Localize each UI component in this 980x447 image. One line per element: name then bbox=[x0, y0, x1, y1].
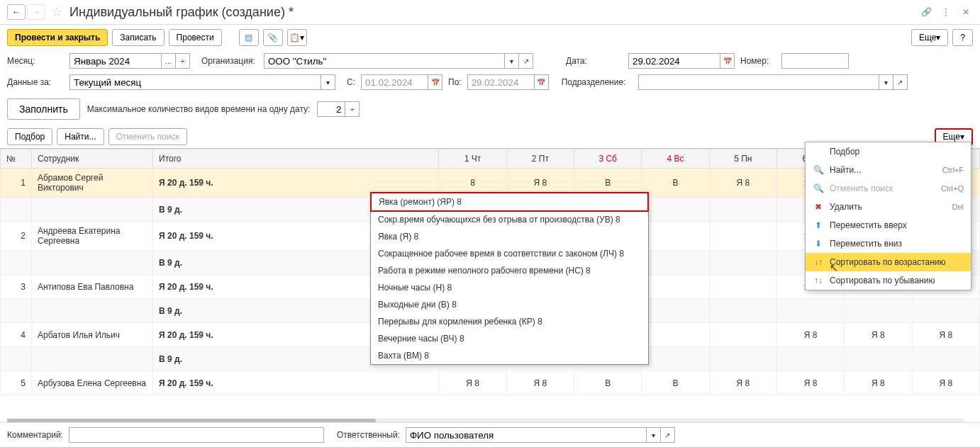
responsible-open-button[interactable]: ↗ bbox=[661, 427, 675, 443]
day-cell[interactable]: Я 8 bbox=[439, 371, 506, 395]
to-input[interactable] bbox=[467, 74, 535, 90]
max-types-spinner-button[interactable]: ÷ bbox=[345, 101, 360, 117]
fill-button[interactable]: Заполнить bbox=[7, 98, 80, 120]
forward-button[interactable]: → bbox=[27, 4, 45, 20]
day-cell[interactable]: Я 8 bbox=[845, 323, 912, 347]
number-label: Номер: bbox=[740, 56, 776, 66]
submit-close-button[interactable]: Провести и закрыть bbox=[7, 29, 108, 46]
month-input[interactable] bbox=[69, 53, 162, 69]
submit-button[interactable]: Провести bbox=[169, 29, 222, 46]
dropdown-item[interactable]: Сокращенное рабочее время в соответствии… bbox=[371, 245, 648, 262]
print-button[interactable]: 📋▾ bbox=[287, 29, 307, 46]
comment-input[interactable] bbox=[69, 427, 324, 443]
dropdown-item[interactable]: Ночные часы (Н) 8 bbox=[371, 279, 648, 296]
col-emp-header[interactable]: Сотрудник bbox=[31, 149, 152, 169]
menu-item[interactable]: ↑↓Сортировать по убыванию bbox=[806, 271, 971, 290]
star-icon[interactable]: ☆ bbox=[51, 4, 62, 20]
dropdown-item[interactable]: Явка (Я) 8 bbox=[371, 228, 648, 245]
day-cell[interactable] bbox=[642, 222, 709, 251]
day-cell[interactable]: Я 8 bbox=[709, 371, 776, 395]
org-dropdown-button[interactable]: ▾ bbox=[505, 53, 519, 69]
col-day-5[interactable]: 5 Пн bbox=[709, 149, 776, 169]
dropdown-item[interactable]: Вечерние часы (ВЧ) 8 bbox=[371, 330, 648, 347]
responsible-dropdown-button[interactable]: ▾ bbox=[647, 427, 661, 443]
number-input[interactable] bbox=[781, 53, 849, 69]
day-cell[interactable]: Я 8 bbox=[912, 323, 979, 347]
attach-button[interactable]: 📎 bbox=[263, 29, 283, 46]
date-input[interactable] bbox=[628, 53, 720, 69]
dropdown-item[interactable]: Сокр.время обучающихся без отрыва от про… bbox=[371, 211, 648, 228]
day-cell[interactable]: Я 8 bbox=[845, 371, 912, 395]
data-for-label: Данные за: bbox=[7, 77, 64, 87]
menu-item[interactable]: ⬇Переместить вниз bbox=[806, 234, 971, 253]
dept-dropdown-button[interactable]: ▾ bbox=[879, 74, 893, 90]
from-calendar-button[interactable]: 📅 bbox=[428, 74, 442, 90]
dropdown-item[interactable]: Вахта (ВМ) 8 bbox=[371, 347, 648, 364]
day-cell[interactable]: Я 8 bbox=[912, 371, 979, 395]
day-cell[interactable]: Я 8 bbox=[709, 169, 776, 198]
dropdown-item[interactable]: Работа в режиме неполного рабочего време… bbox=[371, 262, 648, 279]
month-spinner-button[interactable]: ÷ bbox=[176, 53, 190, 69]
to-calendar-button[interactable]: 📅 bbox=[535, 74, 549, 90]
back-button[interactable]: ← bbox=[7, 4, 26, 20]
col-day-3[interactable]: 3 Сб bbox=[574, 149, 642, 169]
day-cell[interactable]: В bbox=[642, 371, 709, 395]
close-icon[interactable]: ✕ bbox=[959, 5, 973, 19]
date-calendar-button[interactable]: 📅 bbox=[720, 53, 735, 69]
more-button[interactable]: Еще ▾ bbox=[911, 29, 948, 46]
day-cell[interactable] bbox=[709, 222, 776, 251]
write-button[interactable]: Записать bbox=[112, 29, 164, 46]
sort-asc-icon: ↓↑ bbox=[813, 257, 824, 267]
menu-label: Сортировать по убыванию bbox=[830, 276, 935, 285]
col-day-1[interactable]: 1 Чт bbox=[439, 149, 506, 169]
select-button[interactable]: Подбор bbox=[7, 128, 52, 145]
day-cell[interactable] bbox=[709, 275, 776, 299]
dropdown-item[interactable]: Явка (ремонт) (ЯР) 8 bbox=[370, 192, 649, 212]
time-type-dropdown[interactable]: Явка (ремонт) (ЯР) 8Сокр.время обучающих… bbox=[370, 192, 649, 365]
dept-open-button[interactable]: ↗ bbox=[893, 74, 908, 90]
menu-item[interactable]: Подбор bbox=[806, 142, 971, 161]
from-input[interactable] bbox=[361, 74, 428, 90]
col-day-4[interactable]: 4 Вс bbox=[642, 149, 709, 169]
menu-item[interactable]: ✖УдалитьDel bbox=[806, 198, 971, 216]
find-button[interactable]: Найти... bbox=[57, 128, 104, 145]
col-day-2[interactable]: 2 Пт bbox=[506, 149, 574, 169]
menu-label: Переместить вверх bbox=[830, 220, 907, 230]
responsible-input[interactable] bbox=[406, 427, 647, 443]
data-for-input[interactable] bbox=[69, 74, 321, 90]
help-button[interactable]: ? bbox=[952, 29, 973, 46]
month-label: Месяц: bbox=[7, 56, 64, 66]
dept-label: Подразделение: bbox=[562, 77, 633, 87]
dropdown-item[interactable]: Выходные дни (В) 8 bbox=[371, 296, 648, 313]
day-cell[interactable]: Я 8 bbox=[776, 371, 844, 395]
day-cell[interactable]: В bbox=[642, 169, 709, 198]
day-cell[interactable] bbox=[642, 323, 709, 347]
org-input[interactable] bbox=[264, 53, 505, 69]
kebab-icon[interactable]: ⋮ bbox=[939, 5, 953, 19]
day-cell[interactable] bbox=[642, 275, 709, 299]
comment-label: Комментарий: bbox=[7, 430, 63, 440]
month-select-button[interactable]: … bbox=[162, 53, 176, 69]
day-cell[interactable]: Я 8 bbox=[776, 323, 844, 347]
cancel-icon: 🔍 bbox=[813, 183, 824, 193]
day-cell[interactable]: Я 8 bbox=[506, 371, 574, 395]
link-icon[interactable]: 🔗 bbox=[919, 5, 933, 19]
menu-item[interactable]: ⬆Переместить вверх bbox=[806, 216, 971, 234]
menu-label: Отменить поиск bbox=[830, 183, 893, 193]
menu-shortcut: Ctrl+Q bbox=[941, 184, 964, 193]
cancel-find-button[interactable]: Отменить поиск bbox=[108, 128, 187, 145]
dropdown-item[interactable]: Перерывы для кормления ребенка (КР) 8 bbox=[371, 313, 648, 330]
col-total-header[interactable]: Итого bbox=[153, 149, 439, 169]
col-num-header[interactable]: № bbox=[1, 149, 32, 169]
day-cell[interactable] bbox=[709, 323, 776, 347]
down-icon: ⬇ bbox=[813, 239, 824, 249]
data-for-dropdown-button[interactable]: ▾ bbox=[321, 74, 335, 90]
menu-item[interactable]: 🔍Найти...Ctrl+F bbox=[806, 161, 971, 179]
report-button[interactable]: ▤ bbox=[239, 29, 259, 46]
table-row[interactable]: 5Арбузова Елена СергеевнаЯ 20 д. 159 ч.Я… bbox=[1, 371, 980, 395]
dept-input[interactable] bbox=[638, 74, 879, 90]
day-cell[interactable]: В bbox=[574, 371, 642, 395]
org-open-button[interactable]: ↗ bbox=[519, 53, 533, 69]
max-types-input[interactable] bbox=[317, 101, 345, 117]
menu-label: Удалить bbox=[830, 202, 862, 212]
